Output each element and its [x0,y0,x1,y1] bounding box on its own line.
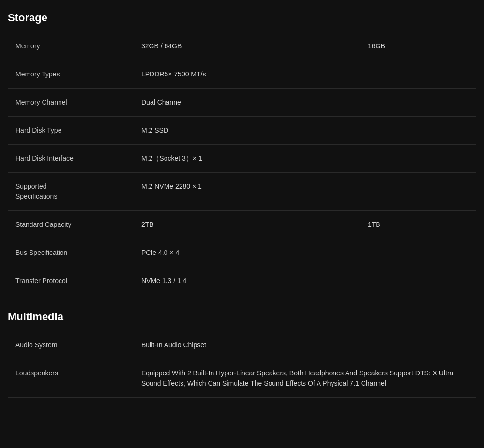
spec-label: Loudspeakers [8,359,134,398]
spec-value-primary: M.2 SSD [134,117,476,145]
spec-value-primary: 32GB / 64GB [134,32,360,60]
table-row: Supported SpecificationsM.2 NVMe 2280 × … [8,173,476,211]
table-row: Memory32GB / 64GB16GB [8,32,476,60]
spec-value-secondary: 16GB [360,32,476,60]
table-row: Memory TypesLPDDR5× 7500 MT/s [8,60,476,89]
spec-value-primary: PCIe 4.0 × 4 [134,239,476,267]
spec-label: Audio System [8,331,134,359]
table-row: Standard Capacity2TB1TB [8,211,476,239]
spec-label: Supported Specifications [8,173,134,211]
spec-label: Hard Disk Type [8,117,134,145]
spec-label: Memory Channel [8,89,134,117]
spec-label: Bus Specification [8,239,134,267]
spec-value-primary: 2TB [134,211,360,239]
spec-value-secondary: 1TB [360,211,476,239]
table-row: Transfer ProtocolNVMe 1.3 / 1.4 [8,267,476,295]
table-row: LoudspeakersEquipped With 2 Built-In Hyp… [8,359,476,398]
spec-value-primary: LPDDR5× 7500 MT/s [134,60,476,89]
spec-label: Memory Types [8,60,134,89]
spec-label: Hard Disk Interface [8,145,134,173]
spec-label: Standard Capacity [8,211,134,239]
table-row: Audio SystemBuilt-In Audio Chipset [8,331,476,359]
spec-value-primary: M.2（Socket 3）× 1 [134,145,476,173]
spec-value-primary: NVMe 1.3 / 1.4 [134,267,476,295]
multimedia-table: Audio SystemBuilt-In Audio ChipsetLoudsp… [8,331,476,398]
storage-section: Storage Memory32GB / 64GB16GBMemory Type… [0,0,484,299]
table-row: Bus SpecificationPCIe 4.0 × 4 [8,239,476,267]
spec-value-primary: Dual Channe [134,89,476,117]
storage-title: Storage [8,12,476,24]
table-row: Memory ChannelDual Channe [8,89,476,117]
storage-table: Memory32GB / 64GB16GBMemory TypesLPDDR5×… [8,32,476,295]
spec-value-primary: M.2 NVMe 2280 × 1 [134,173,476,211]
spec-label: Memory [8,32,134,60]
multimedia-title: Multimedia [8,311,476,323]
multimedia-section: Multimedia Audio SystemBuilt-In Audio Ch… [0,299,484,402]
table-row: Hard Disk TypeM.2 SSD [8,117,476,145]
spec-value-primary: Equipped With 2 Built-In Hyper-Linear Sp… [134,359,476,398]
spec-value-primary: Built-In Audio Chipset [134,331,476,359]
spec-label: Transfer Protocol [8,267,134,295]
table-row: Hard Disk InterfaceM.2（Socket 3）× 1 [8,145,476,173]
